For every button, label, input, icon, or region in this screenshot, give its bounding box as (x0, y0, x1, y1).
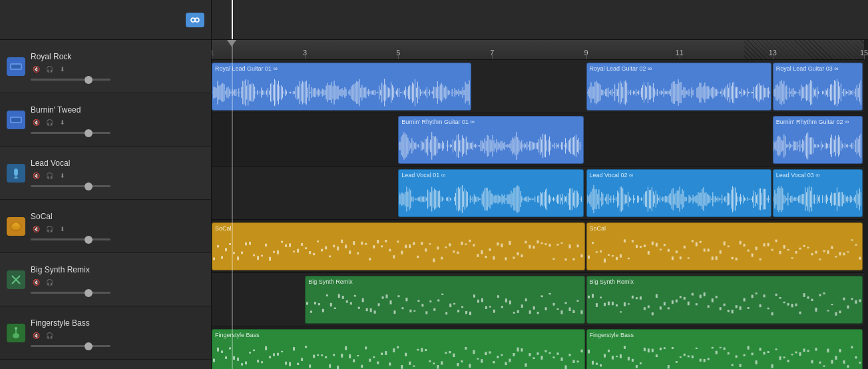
svg-rect-269 (675, 300, 677, 303)
svg-rect-473 (843, 360, 845, 364)
svg-rect-237 (545, 307, 547, 310)
clip-fingerstyle-bass-1[interactable]: Fingerstyle Bass (586, 329, 863, 369)
track-lane-socal[interactable]: SoCalSoCal (212, 220, 864, 273)
clip-big-synth-remix-0[interactable]: Big Synth Remix (305, 276, 584, 324)
svg-rect-190 (358, 307, 360, 309)
svg-rect-345 (329, 364, 331, 368)
volume-slider-fingerstyle-bass[interactable] (31, 345, 110, 347)
download-button-socal[interactable]: ⬇ (57, 224, 68, 234)
clip-waveform-burnin-tweed-1 (773, 127, 862, 164)
clip-lead-vocal-2[interactable]: Lead Vocal 03 ∞ (773, 169, 863, 217)
svg-rect-110 (595, 251, 597, 252)
svg-rect-259 (635, 297, 637, 299)
volume-slider-lead-vocal[interactable] (31, 185, 110, 187)
add-track-button[interactable] (7, 12, 23, 28)
headphone-button-big-synth-remix[interactable]: 🎧 (44, 277, 55, 288)
svg-rect-173 (847, 251, 849, 252)
svg-rect-104 (568, 244, 570, 248)
svg-rect-258 (631, 296, 633, 298)
svg-rect-418 (623, 346, 625, 348)
clip-royal-rock-2[interactable]: Royal Lead Guitar 03 ∞ (773, 63, 863, 111)
svg-rect-330 (269, 356, 271, 358)
download-button-lead-vocal[interactable]: ⬇ (57, 171, 68, 181)
svg-rect-378 (461, 360, 463, 362)
smart-controls-button[interactable] (186, 13, 204, 27)
track-lane-burnin-tweed[interactable]: Burnin' Rhythm Guitar 01 ∞ Burnin' Rhyth… (212, 113, 864, 167)
clip-socal-0[interactable]: SoCal (212, 222, 585, 270)
svg-rect-438 (703, 359, 705, 362)
clip-fingerstyle-bass-0[interactable]: Fingerstyle Bass (212, 329, 585, 369)
svg-rect-290 (759, 304, 761, 307)
svg-rect-70 (433, 258, 435, 262)
svg-rect-181 (322, 309, 324, 312)
svg-rect-3 (11, 65, 21, 69)
svg-rect-18 (225, 248, 227, 251)
download-button-burnin-tweed[interactable]: ⬇ (57, 117, 68, 128)
svg-rect-74 (449, 243, 451, 246)
svg-rect-408 (581, 350, 583, 352)
svg-rect-55 (373, 245, 375, 248)
clip-header-fingerstyle-bass-1: Fingerstyle Bass (587, 330, 862, 340)
svg-rect-174 (851, 239, 853, 240)
download-button-royal-rock[interactable]: ⬇ (57, 64, 68, 75)
clip-lead-vocal-0[interactable]: Lead Vocal 01 ∞ (398, 169, 583, 217)
svg-rect-213 (449, 304, 451, 307)
track-controls-royal-rock: 🔇🎧⬇ (31, 64, 204, 75)
svg-rect-93 (525, 241, 527, 244)
volume-slider-socal[interactable] (31, 238, 110, 240)
svg-rect-430 (671, 347, 673, 349)
mute-button-lead-vocal[interactable]: 🔇 (31, 171, 41, 181)
svg-rect-170 (835, 256, 837, 258)
mute-button-big-synth-remix[interactable]: 🔇 (31, 277, 41, 288)
headphone-button-fingerstyle-bass[interactable]: 🎧 (44, 330, 55, 341)
volume-container-lead-vocal (31, 185, 204, 187)
svg-rect-121 (639, 246, 641, 248)
track-lane-royal-rock[interactable]: Royal Lead Guitar 01 ∞ Royal Lead Guitar… (212, 60, 864, 113)
volume-slider-big-synth-remix[interactable] (31, 292, 110, 294)
track-info-fingerstyle-bass: Fingerstyle Bass🔇🎧 (31, 318, 204, 347)
svg-rect-175 (855, 244, 857, 245)
svg-rect-60 (393, 255, 395, 258)
svg-rect-155 (775, 240, 777, 242)
svg-rect-87 (501, 244, 503, 248)
headphone-button-lead-vocal[interactable]: 🎧 (44, 171, 55, 181)
volume-slider-royal-rock[interactable] (31, 79, 110, 81)
clip-header-socal-1: SoCal (587, 223, 862, 234)
mute-button-socal[interactable]: 🔇 (31, 224, 41, 234)
track-lane-lead-vocal[interactable]: Lead Vocal 01 ∞ Lead Vocal 02 ∞ Lead Voc… (212, 167, 864, 220)
clip-burnin-tweed-1[interactable]: Burnin' Rhythm Guitar 02 ∞ (773, 116, 863, 164)
svg-rect-115 (616, 257, 618, 260)
mute-button-fingerstyle-bass[interactable]: 🔇 (31, 330, 41, 341)
volume-slider-burnin-tweed[interactable] (31, 132, 110, 134)
track-controls-big-synth-remix: 🔇🎧 (31, 277, 204, 288)
svg-rect-21 (237, 256, 239, 260)
svg-rect-64 (409, 244, 411, 248)
clip-burnin-tweed-0[interactable]: Burnin' Rhythm Guitar 01 ∞ (398, 116, 583, 164)
clip-royal-rock-0[interactable]: Royal Lead Guitar 01 ∞ (212, 63, 471, 111)
track-lane-fingerstyle-bass[interactable]: Fingerstyle BassFingerstyle Bass (212, 326, 864, 369)
arrange-area[interactable]: 13579111315 Royal Lead Guitar 01 ∞ Royal… (212, 40, 868, 369)
svg-rect-383 (481, 359, 483, 363)
headphone-button-royal-rock[interactable]: 🎧 (44, 64, 55, 75)
svg-rect-122 (643, 244, 645, 247)
svg-rect-415 (611, 356, 613, 359)
clip-royal-rock-1[interactable]: Royal Lead Guitar 02 ∞ (586, 63, 771, 111)
headphone-button-socal[interactable]: 🎧 (44, 224, 55, 234)
headphone-button-burnin-tweed[interactable]: 🎧 (44, 117, 55, 128)
svg-rect-343 (321, 354, 323, 356)
clip-lead-vocal-1[interactable]: Lead Vocal 02 ∞ (586, 169, 771, 217)
svg-rect-54 (369, 258, 371, 260)
mute-button-royal-rock[interactable]: 🔇 (31, 64, 41, 75)
svg-rect-215 (457, 310, 459, 312)
svg-rect-472 (839, 349, 841, 352)
clip-big-synth-remix-1[interactable]: Big Synth Remix (586, 276, 863, 324)
svg-rect-105 (572, 258, 574, 260)
track-info-burnin-tweed: Burnin' Tweed🔇🎧⬇ (31, 105, 204, 134)
svg-point-9 (13, 222, 19, 226)
track-lane-big-synth-remix[interactable]: Big Synth RemixBig Synth Remix (212, 273, 864, 326)
svg-rect-448 (743, 354, 745, 356)
track-name-socal: SoCal (31, 212, 204, 221)
svg-rect-420 (631, 359, 633, 362)
mute-button-burnin-tweed[interactable]: 🔇 (31, 117, 41, 128)
clip-socal-1[interactable]: SoCal (586, 222, 863, 270)
